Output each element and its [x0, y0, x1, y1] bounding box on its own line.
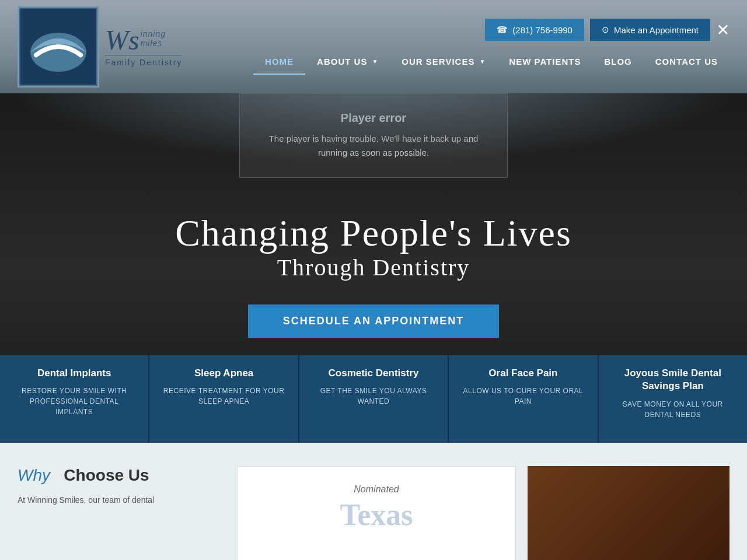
- phone-number: (281) 756-9990: [512, 25, 573, 35]
- phone-icon: ☎: [497, 24, 508, 35]
- logo-family: Family Dentistry: [105, 55, 182, 67]
- hero-headline: Changing People's Lives Through Dentistr…: [175, 213, 572, 281]
- service-card-cosmetic[interactable]: Cosmetic Dentistry GET THE SMILE YOU ALW…: [299, 355, 449, 443]
- logo-text: Ws inning miles Family Dentistry: [105, 26, 182, 67]
- logo-area: Ws inning miles Family Dentistry: [18, 6, 182, 88]
- service-card-sleep-apnea[interactable]: Sleep Apnea RECEIVE TREATMENT FOR YOUR S…: [149, 355, 299, 443]
- player-error-box: Player error The player is having troubl…: [239, 93, 508, 178]
- close-button[interactable]: ✕: [716, 20, 729, 40]
- appointment-label: Make an Appointment: [614, 25, 699, 35]
- service-desc-1: RECEIVE TREATMENT FOR YOUR SLEEP APNEA: [160, 386, 287, 407]
- service-card-dental-implants[interactable]: Dental Implants RESTORE YOUR SMILE WITH …: [0, 355, 149, 443]
- service-title-3: Oral Face Pain: [488, 367, 557, 380]
- nav-blog[interactable]: BLOG: [592, 50, 643, 74]
- why-choose-title: Why Choose Us: [18, 466, 219, 485]
- bottom-section: Why Choose Us At Winning Smiles, our tea…: [0, 443, 747, 560]
- nav-new-patients[interactable]: NEW PATIENTS: [497, 50, 592, 74]
- service-cards: Dental Implants RESTORE YOUR SMILE WITH …: [0, 355, 747, 443]
- nav-bar: HOME ABOUT US ▼ OUR SERVICES ▼ NEW PATIE…: [253, 47, 729, 75]
- header-top: Ws inning miles Family Dentistry ☎ (281)…: [18, 6, 729, 93]
- service-desc-0: RESTORE YOUR SMILE WITH PROFESSIONAL DEN…: [11, 386, 138, 417]
- headline-line2: Through Dentistry: [175, 254, 572, 281]
- hero-section: Player error The player is having troubl…: [0, 93, 747, 443]
- header: Ws inning miles Family Dentistry ☎ (281)…: [0, 0, 747, 93]
- logo-image: [18, 6, 99, 88]
- headline-line1: Changing People's Lives: [175, 213, 572, 254]
- player-error-text: The player is having trouble. We'll have…: [269, 132, 479, 160]
- nav-about[interactable]: ABOUT US ▼: [305, 50, 390, 74]
- services-dropdown-icon: ▼: [479, 58, 486, 65]
- nav-contact[interactable]: CONTACT US: [644, 50, 729, 74]
- service-desc-2: GET THE SMILE YOU ALWAYS WANTED: [310, 386, 437, 407]
- service-desc-3: ALLOW US TO CURE YOUR ORAL PAIN: [459, 386, 587, 407]
- service-title-4: Joyous Smile Dental Savings Plan: [609, 367, 736, 393]
- logo-winning: inning: [141, 29, 166, 38]
- service-card-savings[interactable]: Joyous Smile Dental Savings Plan SAVE MO…: [599, 355, 747, 443]
- header-actions: ☎ (281) 756-9990 ⊙ Make an Appointment ✕…: [253, 19, 729, 75]
- service-card-oral-pain[interactable]: Oral Face Pain ALLOW US TO CURE YOUR ORA…: [449, 355, 598, 443]
- why-choose-section: Why Choose Us At Winning Smiles, our tea…: [18, 466, 237, 560]
- logo-ws: Ws: [105, 26, 139, 54]
- service-title-2: Cosmetic Dentistry: [329, 367, 419, 380]
- award-image: [528, 466, 729, 560]
- choose-label: Choose Us: [64, 466, 149, 484]
- nav-services[interactable]: OUR SERVICES ▼: [390, 50, 497, 74]
- appointment-button[interactable]: ⊙ Make an Appointment: [590, 19, 710, 41]
- service-desc-4: SAVE MONEY ON ALL YOUR DENTAL NEEDS: [609, 399, 736, 420]
- about-dropdown-icon: ▼: [372, 58, 378, 65]
- phone-button[interactable]: ☎ (281) 756-9990: [485, 19, 584, 41]
- nominated-label: Nominated: [255, 484, 498, 495]
- why-choose-text: At Winning Smiles, our team of dental: [18, 494, 219, 506]
- schedule-button[interactable]: SCHEDULE AN APPOINTMENT: [248, 304, 500, 338]
- clock-icon: ⊙: [602, 24, 609, 35]
- why-label: Why: [18, 466, 50, 484]
- nominated-state: Texas: [255, 498, 498, 532]
- player-error-title: Player error: [269, 111, 479, 125]
- service-title-1: Sleep Apnea: [194, 367, 253, 380]
- service-title-0: Dental Implants: [37, 367, 111, 380]
- nominated-box: Nominated Texas: [237, 466, 516, 560]
- logo-smiles: miles: [141, 38, 166, 48]
- nav-home[interactable]: HOME: [253, 50, 305, 75]
